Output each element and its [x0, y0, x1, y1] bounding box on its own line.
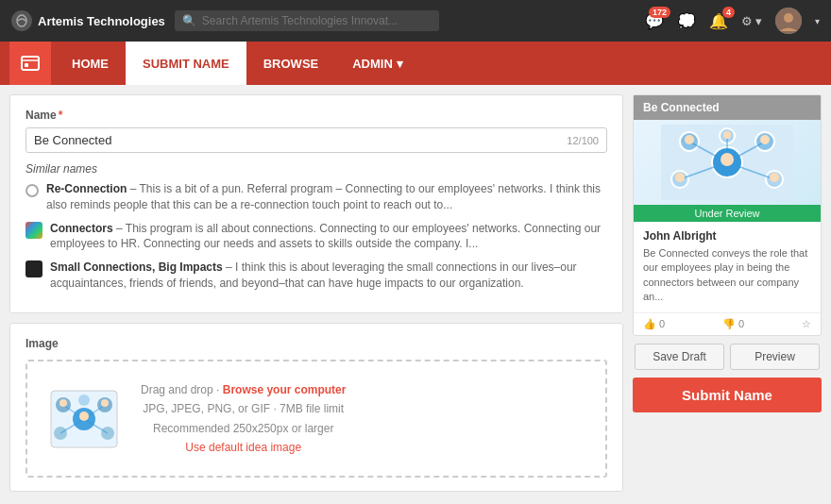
- search-icon: 🔍: [182, 14, 196, 27]
- preview-button[interactable]: Preview: [730, 344, 820, 370]
- nav-item-admin[interactable]: ADMIN ▾: [335, 42, 420, 85]
- app-name: Artemis Technologies: [38, 14, 165, 28]
- vote-down-count: 0: [738, 318, 744, 329]
- default-image-link[interactable]: Use default idea image: [141, 438, 346, 457]
- logo-area: Artemis Technologies: [11, 10, 165, 31]
- nav-icons: 💬 172 💭 🔔 4 ⚙ ▾ ▾: [645, 8, 820, 34]
- recommended-text: Recommended 250x250px or larger: [141, 419, 346, 438]
- main-nav: HOME SUBMIT NAME BROWSE ADMIN ▾: [0, 42, 831, 85]
- small-connections-icon: [25, 260, 42, 277]
- save-draft-button[interactable]: Save Draft: [635, 344, 724, 370]
- left-panel: Name* 12/100 Similar names Re-Connection…: [9, 94, 623, 495]
- gear-icon: ⚙: [741, 14, 753, 28]
- svg-point-17: [59, 399, 67, 407]
- side-card-image: [634, 120, 821, 205]
- similar-item-1-text: Re-Connection – This is a bit of a pun. …: [46, 181, 607, 213]
- nav-item-submit-name[interactable]: SUBMIT NAME: [126, 42, 246, 85]
- gear-chevron-icon: ▾: [755, 14, 762, 28]
- search-input[interactable]: [202, 14, 432, 27]
- name-required: *: [59, 109, 63, 122]
- avatar-chevron-icon: ▾: [815, 16, 820, 26]
- star-icon: ☆: [802, 318, 811, 330]
- list-item: Connectors – This program is all about c…: [25, 221, 607, 253]
- thumbs-down-icon: 👎: [722, 318, 736, 330]
- svg-point-35: [770, 173, 779, 182]
- admin-chevron-icon: ▾: [397, 57, 403, 71]
- svg-point-34: [675, 173, 685, 182]
- vote-up-count: 0: [659, 318, 665, 329]
- name-input[interactable]: [34, 133, 567, 147]
- vote-down[interactable]: 👎 0: [722, 318, 744, 330]
- svg-point-32: [685, 135, 694, 144]
- side-preview-card: Be Connected: [633, 94, 822, 336]
- similar-item-3-text: Small Connections, Big Impacts – I think…: [50, 260, 607, 292]
- notifications-icon-wrap[interactable]: 🔔 4: [709, 12, 728, 30]
- thumbs-up-icon: 👍: [643, 318, 656, 330]
- messages-badge: 172: [649, 7, 670, 18]
- image-drop-zone[interactable]: Drag and drop · Browse your computer JPG…: [25, 360, 607, 479]
- nav-logo-box: [9, 42, 51, 85]
- chat-icon-wrap[interactable]: 💭: [677, 12, 696, 30]
- vote-up[interactable]: 👍 0: [643, 318, 665, 330]
- side-card-header: Be Connected: [634, 95, 821, 120]
- image-preview: [46, 386, 122, 452]
- submitter-name: John Albright: [643, 229, 811, 243]
- chat-icon: 💭: [677, 13, 696, 29]
- vote-row: 👍 0 👎 0 ☆: [634, 312, 821, 335]
- svg-rect-2: [22, 57, 39, 70]
- svg-point-18: [101, 399, 109, 407]
- svg-rect-4: [25, 63, 28, 67]
- similar-names-label: Similar names: [25, 162, 607, 176]
- content-area: Name* 12/100 Similar names Re-Connection…: [0, 85, 831, 504]
- list-item: Re-Connection – This is a bit of a pun. …: [25, 181, 607, 213]
- top-nav: Artemis Technologies 🔍 💬 172 💭 🔔 4 ⚙ ▾: [0, 0, 831, 42]
- settings-wrap[interactable]: ⚙ ▾: [741, 14, 762, 28]
- drop-instruction: Drag and drop · Browse your computer: [141, 380, 346, 399]
- notifications-badge: 4: [722, 7, 735, 18]
- svg-point-11: [78, 395, 90, 406]
- re-connection-icon: [25, 184, 39, 197]
- user-avatar[interactable]: [775, 8, 802, 34]
- connectors-icon: [25, 222, 42, 239]
- file-types-text: JPG, JPEG, PNG, or GIF · 7MB file limit: [141, 399, 346, 418]
- nav-item-browse[interactable]: BROWSE: [246, 42, 336, 85]
- svg-point-31: [721, 153, 734, 166]
- name-label: Name*: [25, 109, 607, 122]
- admin-label: ADMIN: [352, 57, 393, 71]
- similar-item-2-text: Connectors – This program is all about c…: [50, 221, 607, 253]
- browse-link[interactable]: Browse your computer: [223, 383, 347, 396]
- messages-icon-wrap[interactable]: 💬 172: [645, 12, 664, 30]
- nav-item-home[interactable]: HOME: [55, 42, 126, 85]
- char-count: 12/100: [567, 135, 599, 146]
- image-label: Image: [25, 337, 607, 350]
- star-icon-wrap[interactable]: ☆: [802, 318, 811, 330]
- svg-point-33: [760, 135, 770, 144]
- list-item: Small Connections, Big Impacts – I think…: [25, 260, 607, 292]
- status-badge: Under Review: [634, 205, 821, 222]
- drop-text-area: Drag and drop · Browse your computer JPG…: [141, 380, 346, 458]
- logo-icon: [11, 10, 32, 31]
- submitter-desc: Be Connected conveys the role that our e…: [643, 246, 811, 305]
- action-row: Save Draft Preview: [633, 344, 822, 370]
- submitter-info: John Albright Be Connected conveys the r…: [634, 222, 821, 312]
- svg-point-1: [784, 13, 793, 23]
- submit-name-button[interactable]: Submit Name: [633, 378, 822, 412]
- right-panel: Be Connected: [633, 94, 822, 495]
- svg-point-16: [79, 412, 89, 421]
- name-card: Name* 12/100 Similar names Re-Connection…: [9, 94, 623, 313]
- search-bar[interactable]: 🔍: [175, 10, 439, 31]
- svg-point-36: [723, 131, 731, 139]
- image-card: Image: [9, 323, 623, 493]
- name-input-wrap[interactable]: 12/100: [25, 127, 607, 153]
